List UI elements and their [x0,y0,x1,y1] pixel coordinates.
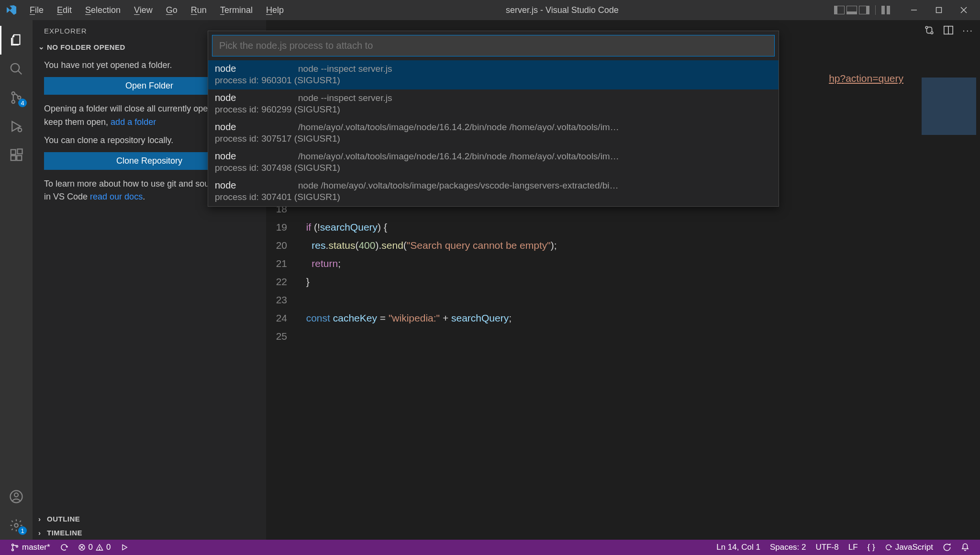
status-feedback[interactable] [938,540,956,555]
menu-go[interactable]: Go [159,3,184,17]
minimize-button[interactable] [902,0,926,20]
svg-rect-11 [11,155,16,160]
status-bar: master* 0 0 Ln 14, Col 1 Spaces: 2 UTF-8… [0,540,980,555]
error-count: 0 [89,543,93,552]
svg-point-18 [931,32,934,34]
status-encoding[interactable]: UTF-8 [811,540,844,555]
separator [875,5,876,15]
svg-point-17 [926,26,928,29]
titlebar: FileEditSelectionViewGoRunTerminalHelp s… [0,0,980,20]
status-branch[interactable]: master* [6,540,55,555]
warning-count: 0 [106,543,111,552]
read-docs-link[interactable]: read our docs [90,192,143,201]
quickpick-item[interactable]: node/home/ayo/.volta/tools/image/node/16… [208,148,779,177]
svg-line-5 [18,71,22,75]
svg-rect-10 [11,150,16,155]
add-folder-link[interactable]: add a folder [111,117,156,127]
code-url-fragment: hp?action=query [829,73,903,84]
chevron-right-icon: › [38,515,44,523]
activity-settings[interactable]: 1 [0,511,33,540]
status-sync[interactable] [55,540,73,555]
sidebar-section-label: TIMELINE [47,529,82,537]
close-button[interactable] [951,0,976,20]
scm-badge: 4 [18,99,27,107]
menu-help[interactable]: Help [259,3,290,17]
quickpick-input[interactable] [212,35,775,56]
menu-view[interactable]: View [127,3,159,17]
editor-actions: ··· [924,25,973,36]
svg-point-7 [12,100,15,103]
settings-badge: 1 [18,526,27,535]
svg-point-15 [14,493,18,497]
more-icon[interactable]: ··· [962,25,973,36]
sidebar-section-label: NO FOLDER OPENED [47,43,125,51]
status-eol[interactable]: LF [844,540,863,555]
activity-extensions[interactable] [0,141,33,169]
menu-run[interactable]: Run [184,3,213,17]
customize-layout-icon[interactable] [881,6,892,14]
svg-rect-1 [936,8,942,13]
status-language[interactable]: JavaScript [880,540,938,555]
svg-point-4 [11,64,20,72]
activity-search[interactable] [0,55,33,83]
quickpick-list: nodenode --inspect server.jsprocess id: … [208,60,779,206]
window-controls [902,0,976,20]
compare-changes-icon[interactable] [924,25,935,36]
activity-accounts[interactable] [0,482,33,511]
sidebar-title-label: EXPLORER [44,27,87,35]
activity-run-debug[interactable] [0,112,33,141]
status-debug-start[interactable] [116,540,133,555]
status-problems[interactable]: 0 0 [73,540,116,555]
svg-point-28 [100,549,100,549]
quickpick-item[interactable]: nodenode --inspect server.jsprocess id: … [208,60,779,89]
quickpick-item[interactable]: nodenode --inspect server.jsprocess id: … [208,89,779,119]
vscode-logo-icon [6,4,17,16]
status-notifications[interactable] [956,540,974,555]
svg-point-6 [12,92,15,95]
sidebar-section-timeline[interactable]: › TIMELINE [33,526,266,540]
activity-explorer[interactable] [0,26,33,55]
svg-point-16 [14,523,18,527]
sidebar-section-outline[interactable]: › OUTLINE [33,512,266,526]
layout-panel-left-icon[interactable] [834,6,845,14]
svg-point-23 [16,545,18,547]
status-cursor[interactable]: Ln 14, Col 1 [712,540,765,555]
branch-name: master* [22,543,50,552]
svg-point-22 [12,549,14,551]
menu-edit[interactable]: Edit [50,3,78,17]
quickpick-item[interactable]: nodenode /home/ayo/.volta/tools/image/pa… [208,177,779,206]
chevron-right-icon: › [38,529,44,537]
menu-terminal[interactable]: Terminal [213,3,259,17]
maximize-button[interactable] [926,0,951,20]
menu-selection[interactable]: Selection [78,3,127,17]
chevron-down-icon: ⌄ [38,43,44,51]
window-title: server.js - Visual Studio Code [290,5,834,15]
layout-panel-bottom-icon[interactable] [846,6,857,14]
activity-source-control[interactable]: 4 [0,83,33,112]
menu-bar: FileEditSelectionViewGoRunTerminalHelp [23,3,290,17]
sidebar-section-label: OUTLINE [47,515,80,523]
minimap[interactable] [918,73,980,540]
menu-file[interactable]: File [23,3,50,17]
svg-point-9 [18,128,22,132]
split-editor-icon[interactable] [943,25,954,36]
layout-panel-right-icon[interactable] [859,6,869,14]
language-label: JavaScript [895,543,933,552]
svg-point-21 [12,544,14,546]
quickpick-attach-process: nodenode --inspect server.jsprocess id: … [208,31,779,207]
status-bracket[interactable]: { } [863,540,880,555]
quickpick-item[interactable]: node/home/ayo/.volta/tools/image/node/16… [208,119,779,148]
svg-rect-12 [17,155,22,160]
text: . [143,192,145,201]
status-indent[interactable]: Spaces: 2 [765,540,811,555]
svg-rect-13 [18,149,22,154]
editor-layout-icons [834,5,892,15]
activity-bar: 4 1 [0,20,33,540]
